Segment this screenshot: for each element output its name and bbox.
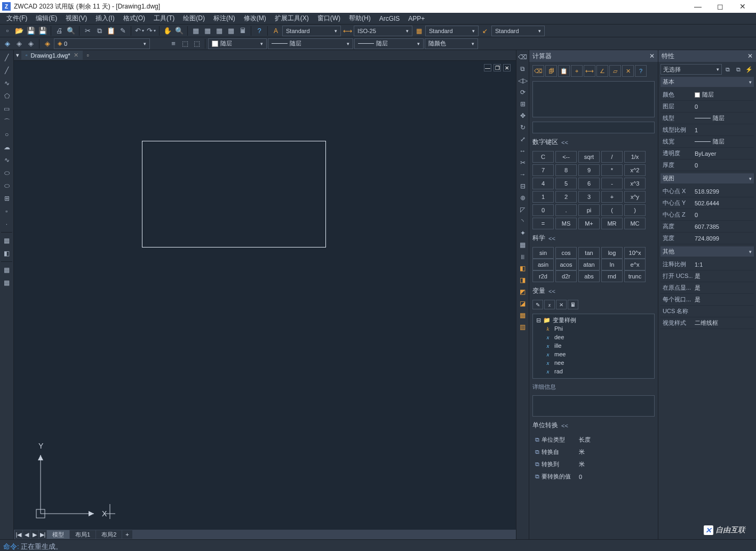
calc-key-[interactable]: . bbox=[555, 204, 577, 216]
prop-flash-icon[interactable]: ⚡ bbox=[744, 65, 754, 74]
tb-new-icon[interactable]: ▫ bbox=[2, 26, 13, 36]
layout-nav-first[interactable]: |◀ bbox=[15, 530, 22, 539]
child-close-button[interactable]: ✕ bbox=[503, 64, 511, 71]
calc-getarea-icon[interactable]: ▱ bbox=[609, 65, 621, 77]
tool-misc2-icon[interactable]: ◨ bbox=[518, 275, 528, 285]
calc-sci-acos[interactable]: acos bbox=[555, 259, 577, 270]
tool-rotate-icon[interactable]: ↻ bbox=[518, 122, 528, 133]
calc-history-icon[interactable]: 🗐 bbox=[545, 65, 557, 77]
document-tab-1[interactable]: ▫ Drawing1.dwg* ✕ bbox=[21, 51, 83, 60]
tb-designcenter-icon[interactable]: ▦ bbox=[202, 26, 213, 36]
menu-help[interactable]: 帮助(H) bbox=[345, 13, 375, 24]
tool-scale-icon[interactable]: ⤢ bbox=[518, 134, 528, 145]
tb-textstyle-select[interactable]: Standard▾ bbox=[282, 26, 341, 36]
calc-key-[interactable]: = bbox=[532, 218, 554, 229]
tool-arc-icon[interactable]: ⌒ bbox=[1, 116, 13, 127]
tool-misc5-icon[interactable]: ▦ bbox=[518, 310, 528, 321]
new-document-button[interactable]: ▫ bbox=[85, 51, 92, 59]
tool-rect-icon[interactable]: ▭ bbox=[1, 103, 13, 115]
prop-cx-value[interactable]: 518.9299 bbox=[693, 186, 754, 197]
calc-sci-abs[interactable]: abs bbox=[578, 270, 600, 282]
menu-edit[interactable]: 编辑(E) bbox=[31, 13, 61, 24]
calc-key-6[interactable]: 6 bbox=[578, 178, 600, 189]
prop-trans-value[interactable]: ByLayer bbox=[693, 148, 754, 159]
calc-sci-d2r[interactable]: d2r bbox=[555, 270, 577, 282]
calc-key-[interactable]: + bbox=[601, 191, 623, 203]
calc-help-icon[interactable]: ? bbox=[635, 65, 647, 77]
tb-props-icon[interactable]: ▦ bbox=[190, 26, 201, 36]
menu-format[interactable]: 格式(O) bbox=[119, 13, 149, 24]
tb-lineweight-select[interactable]: 随层▾ bbox=[354, 38, 424, 49]
tool-insert-icon[interactable]: ⊞ bbox=[1, 193, 13, 204]
calc-section-numpad[interactable]: 数字键区 bbox=[532, 138, 655, 147]
unit-type-value[interactable]: 长度 bbox=[576, 434, 655, 445]
properties-selector[interactable]: 无选择▾ bbox=[660, 64, 722, 75]
calc-getdist-icon[interactable]: ⟷ bbox=[584, 65, 595, 77]
prop-lw-value[interactable]: 随层 bbox=[693, 136, 754, 148]
tb-open-icon[interactable]: 📂 bbox=[14, 26, 25, 36]
tb-color-select[interactable]: 随层▾ bbox=[208, 38, 267, 49]
properties-header[interactable]: 特性 ✕ bbox=[658, 50, 756, 62]
calc-sci-r2d[interactable]: r2d bbox=[532, 270, 554, 282]
tool-circle-icon[interactable]: ○ bbox=[1, 129, 13, 140]
prop-pick-icon[interactable]: ⧉ bbox=[723, 65, 733, 74]
tool-spline-icon[interactable]: ∿ bbox=[1, 154, 13, 166]
calc-sci-ex[interactable]: e^x bbox=[624, 259, 646, 270]
tool-join-icon[interactable]: ⊕ bbox=[518, 193, 528, 203]
calc-var-tree[interactable]: ⊟📁变量样例 kPhi xdee xille xmee xnee xrad bbox=[532, 314, 655, 379]
tb-paste-icon[interactable]: 📋 bbox=[106, 26, 116, 36]
calc-key-8[interactable]: 8 bbox=[555, 164, 577, 176]
tool-offset-icon[interactable]: ⟳ bbox=[518, 87, 528, 98]
prop-orig-value[interactable]: 是 bbox=[693, 282, 754, 294]
calc-sci-rnd[interactable]: rnd bbox=[601, 270, 623, 282]
calc-sci-tan[interactable]: tan bbox=[578, 247, 600, 259]
calc-key-[interactable]: * bbox=[601, 164, 623, 176]
tb-saveas-icon[interactable]: 💾 bbox=[37, 26, 48, 36]
calc-key-MC[interactable]: MC bbox=[624, 218, 646, 229]
tool-fillet-icon[interactable]: ◝ bbox=[518, 216, 528, 227]
prop-h-value[interactable]: 607.7385 bbox=[693, 221, 754, 233]
tool-align-icon[interactable]: ⫼ bbox=[518, 251, 528, 262]
tb-dimstyle-icon[interactable]: ⟷ bbox=[342, 26, 353, 36]
calc-key-[interactable]: / bbox=[601, 151, 623, 163]
child-restore-button[interactable]: ❐ bbox=[494, 64, 501, 71]
tb-redo-icon[interactable]: ↷ bbox=[146, 26, 156, 36]
tool-erase-icon[interactable]: ⌫ bbox=[518, 52, 528, 62]
calc-key-2[interactable]: 2 bbox=[555, 191, 577, 203]
prop-cy-value[interactable]: 502.6444 bbox=[693, 197, 754, 209]
calc-clear-icon[interactable]: ⌫ bbox=[532, 65, 544, 77]
close-icon[interactable]: ✕ bbox=[74, 52, 78, 59]
calc-key-xy[interactable]: x^y bbox=[624, 191, 646, 203]
menu-view[interactable]: 视图(V) bbox=[61, 13, 91, 24]
tool-stretch-icon[interactable]: ↔ bbox=[518, 146, 528, 156]
calc-sci-ln[interactable]: ln bbox=[601, 259, 623, 270]
calc-sci-cos[interactable]: cos bbox=[555, 247, 577, 259]
calc-getangle-icon[interactable]: ∠ bbox=[596, 65, 608, 77]
calc-paste-icon[interactable]: 📋 bbox=[558, 65, 570, 77]
calculator-header[interactable]: 计算器 ✕ bbox=[529, 50, 658, 62]
tool-misc4-icon[interactable]: ◪ bbox=[518, 298, 528, 309]
tb-layeriso-icon[interactable]: ◈ bbox=[2, 38, 13, 49]
tool-break-icon[interactable]: ⊟ bbox=[518, 181, 528, 191]
tb-dimstyle-select[interactable]: ISO-25▾ bbox=[354, 26, 412, 36]
calc-section-sci[interactable]: 科学 bbox=[532, 234, 655, 243]
tool-region-icon[interactable]: ▦ bbox=[1, 264, 13, 276]
tool-ellipse-icon[interactable]: ⬭ bbox=[1, 167, 13, 179]
var-new-icon[interactable]: ✎ bbox=[532, 300, 543, 309]
tb-undo-icon[interactable]: ↶ bbox=[134, 26, 145, 36]
tb-tablestyle-select[interactable]: Standard▾ bbox=[425, 26, 479, 36]
prop-ltscale-value[interactable]: 1 bbox=[693, 124, 754, 136]
layout-tab-model[interactable]: 模型 bbox=[47, 530, 69, 539]
tb-zoom-icon[interactable]: 🔍 bbox=[174, 26, 185, 36]
calc-sci-sin[interactable]: sin bbox=[532, 247, 554, 259]
tb-pan-icon[interactable]: ✋ bbox=[162, 26, 173, 36]
window-max-button[interactable]: ◻ bbox=[709, 0, 731, 13]
layout-nav-prev[interactable]: ◀ bbox=[23, 530, 30, 539]
tool-chamfer-icon[interactable]: ◸ bbox=[518, 204, 528, 215]
menu-insert[interactable]: 插入(I) bbox=[91, 13, 118, 24]
tb-layerstate-icon[interactable]: ≡ bbox=[168, 38, 179, 49]
calc-key-1x[interactable]: 1/x bbox=[624, 151, 646, 163]
calc-sci-asin[interactable]: asin bbox=[532, 259, 554, 270]
prop-section-view[interactable]: 视图▾ bbox=[660, 173, 754, 183]
calc-input[interactable] bbox=[532, 122, 655, 133]
